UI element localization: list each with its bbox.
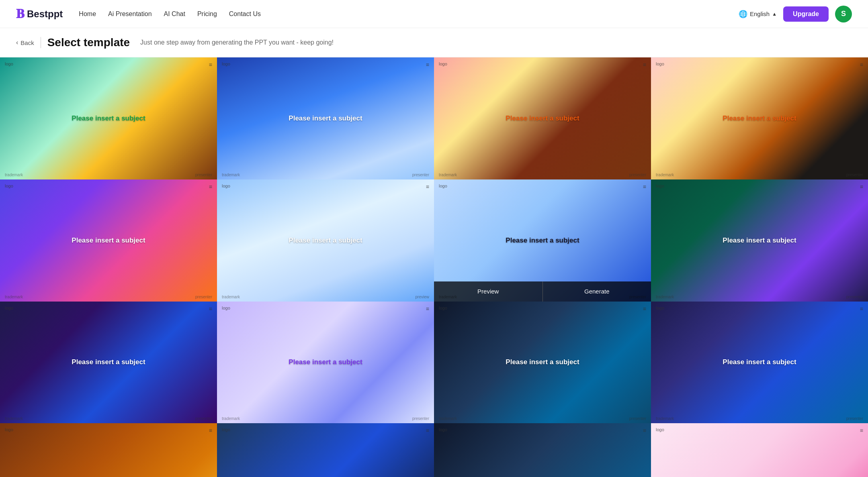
card-preview-button[interactable]: Preview (651, 281, 760, 302)
template-card-8[interactable]: logo≡Please insert a subjecttrademarkpre… (651, 179, 868, 302)
card-generate-button[interactable]: Generate (109, 403, 217, 423)
logo-b-letter: 𝐁 (16, 6, 25, 21)
card-menu-icon: ≡ (643, 427, 646, 434)
card-generate-button[interactable]: Generate (760, 281, 868, 302)
template-card-5[interactable]: logo≡Please insert a subjecttrademarkpre… (0, 179, 217, 302)
card-preview-button[interactable]: Preview (651, 403, 760, 423)
card-preview-button[interactable]: Preview (651, 159, 760, 179)
template-card-3[interactable]: logo≡Please insert a subjecttrademarkpre… (434, 57, 651, 179)
nav-ai-chat[interactable]: AI Chat (164, 10, 185, 18)
card-logo-text: logo (5, 306, 13, 310)
card-subject-label: Please insert a subject (716, 355, 802, 369)
card-overlay: PreviewGenerate (434, 281, 651, 302)
card-subject-label: Please insert a subject (65, 355, 151, 369)
card-logo-text: logo (439, 183, 447, 188)
template-card-11[interactable]: logo≡Please insert a subjecttrademarkpre… (434, 302, 651, 424)
chevron-left-icon: ‹ (16, 39, 18, 46)
card-menu-icon: ≡ (426, 183, 429, 190)
template-card-7[interactable]: logo≡Please insert a subjecttrademarkpre… (434, 179, 651, 302)
card-generate-button[interactable]: Generate (326, 403, 434, 423)
card-preview-button[interactable]: Preview (434, 281, 543, 302)
card-logo-text: logo (439, 427, 447, 432)
card-subject-label: Please insert a subject (282, 111, 368, 126)
card-logo-text: logo (656, 61, 664, 66)
card-subject-label: Please insert a subject (716, 111, 802, 126)
template-card-2[interactable]: logo≡Please insert a subjecttrademarkpre… (217, 57, 434, 179)
template-card-6[interactable]: logo≡Please insert a subjecttrademarkpre… (217, 179, 434, 302)
card-logo-text: logo (656, 427, 664, 432)
card-logo-text: logo (439, 61, 447, 66)
card-subject-label: Please insert a subject (716, 233, 802, 248)
card-logo-text: logo (5, 61, 13, 66)
card-subject-label: Please insert a subject (65, 111, 151, 126)
template-card-14[interactable]: logo≡Please insert a subjecttrademarkpre… (217, 423, 434, 477)
card-menu-icon: ≡ (426, 61, 429, 68)
card-generate-button[interactable]: Generate (543, 159, 651, 179)
card-generate-button[interactable]: Generate (760, 403, 868, 423)
logo-text: Bestppt (27, 8, 63, 20)
card-logo-text: logo (656, 183, 664, 188)
card-preview-button[interactable]: Preview (217, 281, 326, 302)
template-card-10[interactable]: logo≡Please insert a subjecttrademarkpre… (217, 302, 434, 424)
card-menu-icon: ≡ (209, 183, 212, 190)
upgrade-button[interactable]: Upgrade (783, 6, 829, 22)
card-generate-button[interactable]: Generate (760, 159, 868, 179)
nav: Home Ai Presentation AI Chat Pricing Con… (79, 10, 261, 18)
card-logo-text: logo (656, 306, 664, 310)
template-card-15[interactable]: logo≡Please insert a subjecttrademarkpre… (434, 423, 651, 477)
card-menu-icon: ≡ (209, 427, 212, 434)
card-subject-label: Please insert a subject (282, 355, 368, 369)
card-logo-text: logo (222, 427, 230, 432)
vertical-divider (41, 37, 41, 48)
template-card-9[interactable]: logo≡Please insert a subjecttrademarkpre… (0, 302, 217, 424)
card-preview-button[interactable]: Preview (0, 281, 109, 302)
nav-home[interactable]: Home (79, 10, 96, 18)
card-generate-button[interactable]: Generate (326, 159, 434, 179)
card-subject-label: Please insert a subject (499, 233, 585, 248)
card-menu-icon: ≡ (643, 183, 646, 190)
avatar[interactable]: S (835, 6, 852, 22)
template-card-1[interactable]: logo≡Please insert a subjecttrademarkpre… (0, 57, 217, 179)
card-generate-button[interactable]: Generate (543, 281, 651, 302)
card-preview-button[interactable]: Preview (217, 159, 326, 179)
card-preview-button[interactable]: Preview (217, 403, 326, 423)
card-preview-button[interactable]: Preview (0, 159, 109, 179)
globe-icon: 🌐 (739, 10, 747, 18)
card-generate-button[interactable]: Generate (109, 281, 217, 302)
card-generate-button[interactable]: Generate (326, 281, 434, 302)
logo[interactable]: 𝐁 Bestppt (16, 6, 63, 21)
template-card-16[interactable]: logo≡Please insert a subjecttrademarkpre… (651, 423, 868, 477)
card-menu-icon: ≡ (860, 427, 863, 434)
language-label: English (750, 10, 770, 17)
header-right: 🌐 English ▲ Upgrade S (739, 6, 852, 22)
header: 𝐁 Bestppt Home Ai Presentation AI Chat P… (0, 0, 868, 28)
card-generate-button[interactable]: Generate (543, 403, 651, 423)
card-menu-icon: ≡ (209, 306, 212, 312)
card-menu-icon: ≡ (643, 306, 646, 312)
card-generate-button[interactable]: Generate (109, 159, 217, 179)
card-logo-text: logo (222, 61, 230, 66)
card-preview-button[interactable]: Preview (0, 403, 109, 423)
card-subject-label: Please insert a subject (499, 355, 585, 369)
card-preview-button[interactable]: Preview (434, 403, 543, 423)
header-left: 𝐁 Bestppt Home Ai Presentation AI Chat P… (16, 6, 261, 21)
page-subtitle: Just one step away from generating the P… (140, 39, 334, 46)
template-card-4[interactable]: logo≡Please insert a subjecttrademarkpre… (651, 57, 868, 179)
page-header: ‹ Back Select template Just one step awa… (0, 28, 868, 57)
card-menu-icon: ≡ (860, 61, 863, 68)
nav-contact-us[interactable]: Contact Us (229, 10, 261, 18)
card-menu-icon: ≡ (860, 306, 863, 312)
back-button[interactable]: ‹ Back (16, 39, 34, 46)
card-logo-text: logo (222, 306, 230, 310)
template-card-13[interactable]: logo≡Please insert a subjecttrademarkpre… (0, 423, 217, 477)
template-card-12[interactable]: logo≡Please insert a subjecttrademarkpre… (651, 302, 868, 424)
language-selector[interactable]: 🌐 English ▲ (739, 10, 777, 18)
card-menu-icon: ≡ (426, 427, 429, 434)
card-logo-text: logo (222, 183, 230, 188)
chevron-up-icon: ▲ (772, 11, 777, 17)
card-preview-button[interactable]: Preview (434, 159, 543, 179)
card-logo-text: logo (439, 306, 447, 310)
nav-pricing[interactable]: Pricing (197, 10, 217, 18)
template-grid: logo≡Please insert a subjecttrademarkpre… (0, 57, 868, 477)
nav-ai-presentation[interactable]: Ai Presentation (108, 10, 152, 18)
